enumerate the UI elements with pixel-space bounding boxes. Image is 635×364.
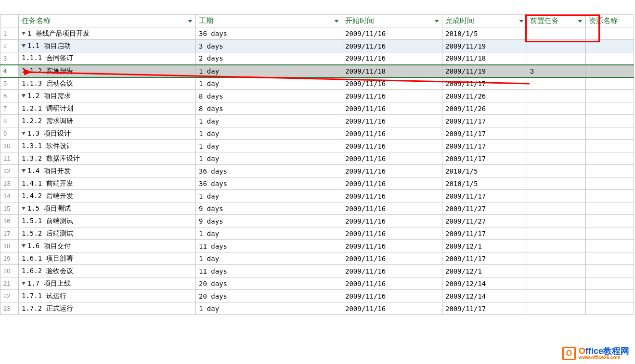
cell-predecessor[interactable] — [527, 202, 586, 215]
row-number[interactable]: 12 — [0, 165, 19, 177]
cell-task-name[interactable]: 1.3.1 软件设计 — [19, 140, 196, 152]
cell-start[interactable]: 2009/11/16 — [342, 202, 442, 215]
collapse-icon[interactable] — [22, 169, 26, 173]
table-row[interactable]: 221.7.1 试运行20 days2009/11/162009/12/14 — [0, 290, 634, 302]
cell-predecessor[interactable] — [527, 127, 586, 140]
row-number[interactable]: 19 — [0, 252, 19, 265]
table-row[interactable]: 181.6 项目交付11 days2009/11/162009/12/1 — [0, 240, 634, 252]
cell-task-name[interactable]: 1.4.2 后端开发 — [19, 190, 196, 202]
cell-finish[interactable]: 2009/11/17 — [442, 77, 527, 90]
cell-resource[interactable] — [586, 77, 634, 90]
cell-duration[interactable]: 1 day — [196, 140, 342, 152]
header-task-name[interactable]: 任务名称 — [19, 15, 196, 27]
cell-start[interactable]: 2009/11/16 — [342, 102, 442, 115]
cell-duration[interactable]: 8 days — [196, 90, 342, 102]
filter-icon[interactable] — [334, 20, 339, 23]
cell-start[interactable]: 2009/11/16 — [342, 252, 442, 265]
cell-predecessor[interactable] — [527, 290, 586, 302]
cell-finish[interactable]: 2010/1/5 — [442, 27, 527, 40]
cell-start[interactable]: 2009/11/18 — [342, 65, 442, 77]
cell-resource[interactable] — [586, 252, 634, 265]
row-number[interactable]: 18 — [0, 240, 19, 252]
cell-start[interactable]: 2009/11/16 — [342, 165, 442, 177]
cell-resource[interactable] — [586, 215, 634, 227]
table-row[interactable]: 161.5.1 前端测试9 days2009/11/162009/11/27 — [0, 215, 634, 227]
cell-start[interactable]: 2009/11/16 — [342, 290, 442, 302]
cell-finish[interactable]: 2009/12/1 — [442, 265, 527, 277]
table-row[interactable]: 71.2.1 调研计划8 days2009/11/162009/11/26 — [0, 102, 634, 115]
task-table[interactable]: 任务名称 工期 开始时间 完成时间 前置任务 资源名称 — [0, 14, 634, 315]
cell-duration[interactable]: 36 days — [196, 165, 342, 177]
cell-task-name[interactable]: 1.5.1 前端测试 — [19, 215, 196, 227]
table-row[interactable]: 151.5 项目测试9 days2009/11/162009/11/27 — [0, 202, 634, 215]
table-row[interactable]: 231.7.2 正式运行1 day2009/11/162009/11/17 — [0, 302, 634, 315]
collapse-icon[interactable] — [22, 207, 26, 210]
row-number[interactable]: 9 — [0, 127, 19, 140]
cell-finish[interactable]: 2009/11/26 — [442, 102, 527, 115]
cell-duration[interactable]: 1 day — [196, 65, 342, 77]
cell-resource[interactable] — [586, 177, 634, 190]
cell-resource[interactable] — [586, 140, 634, 152]
table-row[interactable]: 91.3 项目设计1 day2009/11/162009/11/17 — [0, 127, 634, 140]
cell-predecessor[interactable] — [527, 177, 586, 190]
cell-task-name[interactable]: 1 基线产品项目开发 — [19, 27, 196, 40]
cell-task-name[interactable]: 1.4.1 前端开发 — [19, 177, 196, 190]
cell-start[interactable]: 2009/11/16 — [342, 40, 442, 52]
table-row[interactable]: 131.4.1 前端开发36 days2009/11/162010/1/5 — [0, 177, 634, 190]
cell-start[interactable]: 2009/11/16 — [342, 240, 442, 252]
cell-resource[interactable] — [586, 65, 634, 77]
cell-finish[interactable]: 2009/11/17 — [442, 302, 527, 315]
table-row[interactable]: 121.4 项目开发36 days2009/11/162010/1/5 — [0, 165, 634, 177]
cell-resource[interactable] — [586, 27, 634, 40]
cell-resource[interactable] — [586, 90, 634, 102]
cell-resource[interactable] — [586, 227, 634, 240]
row-number[interactable]: 5 — [0, 77, 19, 90]
cell-duration[interactable]: 2 days — [196, 52, 342, 65]
cell-finish[interactable]: 2009/12/14 — [442, 290, 527, 302]
cell-duration[interactable]: 20 days — [196, 290, 342, 302]
cell-predecessor[interactable] — [527, 90, 586, 102]
row-number[interactable]: 15 — [0, 202, 19, 215]
cell-duration[interactable]: 11 days — [196, 240, 342, 252]
row-number[interactable]: 17 — [0, 227, 19, 240]
header-resource[interactable]: 资源名称 — [586, 15, 634, 27]
cell-duration[interactable]: 3 days — [196, 40, 342, 52]
cell-task-name[interactable]: 1.6 项目交付 — [19, 240, 196, 252]
cell-predecessor[interactable] — [527, 77, 586, 90]
filter-icon[interactable] — [434, 20, 439, 23]
cell-resource[interactable] — [586, 127, 634, 140]
cell-start[interactable]: 2009/11/16 — [342, 190, 442, 202]
cell-task-name[interactable]: 1.1 项目启动 — [19, 40, 196, 52]
cell-resource[interactable] — [586, 115, 634, 127]
row-number[interactable]: 2 — [0, 40, 19, 52]
cell-predecessor[interactable] — [527, 265, 586, 277]
cell-duration[interactable]: 20 days — [196, 277, 342, 290]
cell-duration[interactable]: 9 days — [196, 202, 342, 215]
cell-finish[interactable]: 2009/11/17 — [442, 190, 527, 202]
cell-predecessor[interactable] — [527, 252, 586, 265]
row-number[interactable]: 23 — [0, 302, 19, 315]
cell-task-name[interactable]: 1.2.2 需求调研 — [19, 115, 196, 127]
cell-finish[interactable]: 2009/11/19 — [442, 40, 527, 52]
row-number[interactable]: 1 — [0, 27, 19, 40]
cell-predecessor[interactable] — [527, 40, 586, 52]
cell-resource[interactable] — [586, 40, 634, 52]
header-finish[interactable]: 完成时间 — [442, 15, 527, 27]
cell-resource[interactable] — [586, 265, 634, 277]
cell-predecessor[interactable] — [527, 115, 586, 127]
cell-task-name[interactable]: 1.3 项目设计 — [19, 127, 196, 140]
collapse-icon[interactable] — [22, 94, 26, 98]
cell-start[interactable]: 2009/11/16 — [342, 215, 442, 227]
cell-start[interactable]: 2009/11/16 — [342, 177, 442, 190]
cell-task-name[interactable]: 1.1.3 启动会议 — [19, 77, 196, 90]
filter-icon[interactable] — [578, 20, 583, 23]
cell-predecessor[interactable] — [527, 215, 586, 227]
cell-duration[interactable]: 1 day — [196, 127, 342, 140]
cell-duration[interactable]: 1 day — [196, 227, 342, 240]
cell-resource[interactable] — [586, 240, 634, 252]
cell-duration[interactable]: 1 day — [196, 77, 342, 90]
cell-predecessor[interactable] — [527, 227, 586, 240]
row-number[interactable]: 13 — [0, 177, 19, 190]
table-row[interactable]: 81.2.2 需求调研1 day2009/11/162009/11/17 — [0, 115, 634, 127]
row-number[interactable]: 16 — [0, 215, 19, 227]
